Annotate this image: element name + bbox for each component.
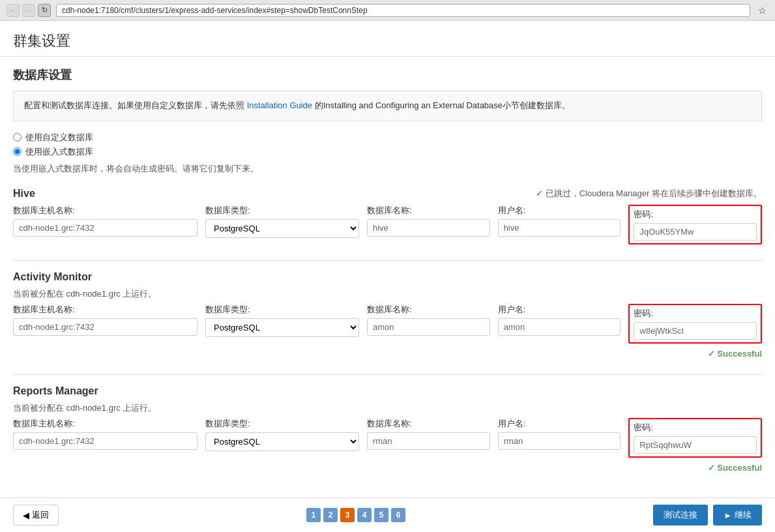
page-dot-2[interactable]: 2	[323, 508, 338, 522]
embedded-db-radio[interactable]	[13, 147, 22, 156]
info-text-pre: 配置和测试数据库连接。如果使用自定义数据库，请先依照	[24, 100, 244, 110]
note-text: 当使用嵌入式数据库时，将会自动生成密码。请将它们复制下来。	[13, 163, 762, 175]
hive-section: Hive ✓ 已跳过，Cloudera Manager 将在后续步骤中创建数据库…	[13, 188, 762, 244]
divider-2	[13, 374, 762, 375]
reports-manager-type-select[interactable]: PostgreSQL MySQL Oracle	[205, 432, 359, 451]
page-footer: ◀ 返回 1 2 3 4 5 6 测试连接 ► 继续	[0, 497, 775, 532]
footer-right: 测试连接 ► 继续	[653, 505, 762, 525]
address-bar[interactable]: cdh-node1:7180/cmf/clusters/1/express-ad…	[56, 4, 750, 17]
custom-db-radio[interactable]	[13, 133, 22, 141]
content-area: 数据库设置 配置和测试数据库连接。如果使用自定义数据库，请先依照 Install…	[0, 57, 775, 532]
activity-monitor-host-group: 数据库主机名称:	[13, 304, 197, 336]
activity-monitor-name: Activity Monitor	[13, 271, 92, 283]
reports-manager-host-group: 数据库主机名称:	[13, 418, 197, 450]
hive-status-skipped: ✓ 已跳过，Cloudera Manager 将在后续步骤中创建数据库。	[536, 188, 762, 200]
hive-dbname-group: 数据库名称:	[367, 205, 490, 237]
activity-monitor-host-label: 数据库主机名称:	[13, 304, 197, 316]
activity-monitor-type-select[interactable]: PostgreSQL MySQL Oracle	[205, 318, 359, 337]
reports-manager-dbname-label: 数据库名称:	[367, 418, 490, 430]
activity-monitor-section: Activity Monitor 当前被分配在 cdh-node1.grc 上运…	[13, 271, 762, 359]
radio-custom: 使用自定义数据库	[13, 132, 762, 143]
browser-nav: ← → ↻	[7, 4, 51, 17]
activity-monitor-password-label: 密码:	[634, 308, 757, 319]
test-connection-button[interactable]: 测试连接	[653, 505, 708, 525]
reload-nav-button[interactable]: ↻	[38, 4, 51, 17]
page-title: 群集设置	[13, 31, 762, 51]
hive-type-group: 数据库类型: PostgreSQL MySQL Oracle	[205, 205, 359, 238]
hive-username-group: 用户名:	[498, 205, 621, 237]
activity-monitor-dbname-input[interactable]	[367, 318, 490, 336]
activity-monitor-form-row: 数据库主机名称: 数据库类型: PostgreSQL MySQL Oracle …	[13, 304, 762, 344]
activity-monitor-host-input[interactable]	[13, 318, 197, 336]
browser-actions: ☆	[755, 4, 768, 17]
reports-manager-dbname-input[interactable]	[367, 432, 490, 450]
activity-monitor-username-label: 用户名:	[498, 304, 621, 316]
page-dot-1[interactable]: 1	[306, 508, 321, 522]
hive-password-input[interactable]	[634, 223, 757, 241]
activity-monitor-dbname-group: 数据库名称:	[367, 304, 490, 336]
reports-manager-username-input[interactable]	[498, 432, 621, 450]
hive-form-row: 数据库主机名称: 数据库类型: PostgreSQL MySQL Oracle …	[13, 205, 762, 244]
activity-monitor-type-group: 数据库类型: PostgreSQL MySQL Oracle	[205, 304, 359, 337]
page-wrapper: 群集设置 数据库设置 配置和测试数据库连接。如果使用自定义数据库，请先依照 In…	[0, 21, 775, 532]
reports-manager-username-group: 用户名:	[498, 418, 621, 450]
page-header: 群集设置	[0, 21, 775, 57]
page-dot-3[interactable]: 3	[340, 508, 355, 522]
bookmark-icon[interactable]: ☆	[755, 4, 768, 17]
installation-guide-link[interactable]: Installation Guide	[247, 100, 312, 110]
reports-manager-password-group: 密码:	[628, 418, 762, 458]
activity-monitor-password-group: 密码:	[628, 304, 762, 344]
section-title: 数据库设置	[13, 67, 762, 83]
reports-manager-name: Reports Manager	[13, 385, 98, 397]
footer-center: 1 2 3 4 5 6	[306, 508, 405, 522]
hive-username-input[interactable]	[498, 219, 621, 237]
hive-host-input[interactable]	[13, 219, 197, 237]
forward-nav-button[interactable]: →	[22, 4, 35, 17]
browser-bar: ← → ↻ cdh-node1:7180/cmf/clusters/1/expr…	[0, 0, 775, 21]
reports-manager-section: Reports Manager 当前被分配在 cdh-node1.grc 上运行…	[13, 385, 762, 473]
activity-monitor-password-input[interactable]	[634, 322, 757, 340]
reports-manager-sub-info: 当前被分配在 cdh-node1.grc 上运行。	[13, 402, 762, 414]
activity-monitor-sub-info: 当前被分配在 cdh-node1.grc 上运行。	[13, 288, 762, 300]
page-dot-6[interactable]: 6	[391, 508, 405, 522]
reports-manager-password-label: 密码:	[634, 422, 757, 434]
reports-manager-status: ✓ Successful	[13, 463, 762, 473]
embedded-db-label: 使用嵌入式数据库	[25, 146, 93, 158]
hive-host-group: 数据库主机名称:	[13, 205, 197, 237]
activity-monitor-header: Activity Monitor	[13, 271, 762, 283]
back-button[interactable]: ◀ 返回	[13, 505, 59, 525]
hive-password-group: 密码:	[628, 205, 762, 244]
divider-1	[13, 260, 762, 261]
reports-manager-username-label: 用户名:	[498, 418, 621, 430]
hive-type-label: 数据库类型:	[205, 205, 359, 216]
activity-monitor-username-input[interactable]	[498, 318, 621, 336]
radio-group: 使用自定义数据库 使用嵌入式数据库	[13, 132, 762, 158]
footer-left: ◀ 返回	[13, 505, 59, 525]
page-dot-4[interactable]: 4	[357, 508, 372, 522]
hive-section-header: Hive ✓ 已跳过，Cloudera Manager 将在后续步骤中创建数据库…	[13, 188, 762, 200]
activity-monitor-type-label: 数据库类型:	[205, 304, 359, 316]
reports-manager-password-input[interactable]	[634, 436, 757, 454]
page-dot-5[interactable]: 5	[374, 508, 388, 522]
info-text-mid: 的Installing and Configuring an External …	[315, 100, 570, 110]
hive-type-select[interactable]: PostgreSQL MySQL Oracle	[205, 219, 359, 238]
continue-button[interactable]: ► 继续	[713, 505, 762, 525]
activity-monitor-dbname-label: 数据库名称:	[367, 304, 490, 316]
continue-label: 继续	[735, 509, 752, 521]
hive-dbname-input[interactable]	[367, 219, 490, 237]
back-icon: ◀	[23, 510, 29, 520]
activity-monitor-username-group: 用户名:	[498, 304, 621, 336]
back-nav-button[interactable]: ←	[7, 4, 20, 17]
hive-username-label: 用户名:	[498, 205, 621, 216]
hive-dbname-label: 数据库名称:	[367, 205, 490, 216]
reports-manager-dbname-group: 数据库名称:	[367, 418, 490, 450]
reports-manager-form-row: 数据库主机名称: 数据库类型: PostgreSQL MySQL Oracle …	[13, 418, 762, 458]
radio-embedded: 使用嵌入式数据库	[13, 146, 762, 158]
reports-manager-host-label: 数据库主机名称:	[13, 418, 197, 430]
continue-icon: ►	[724, 510, 732, 520]
reports-manager-type-label: 数据库类型:	[205, 418, 359, 430]
activity-monitor-status: ✓ Successful	[13, 349, 762, 359]
reports-manager-host-input[interactable]	[13, 432, 197, 450]
hive-host-label: 数据库主机名称:	[13, 205, 197, 216]
reports-manager-header: Reports Manager	[13, 385, 762, 397]
